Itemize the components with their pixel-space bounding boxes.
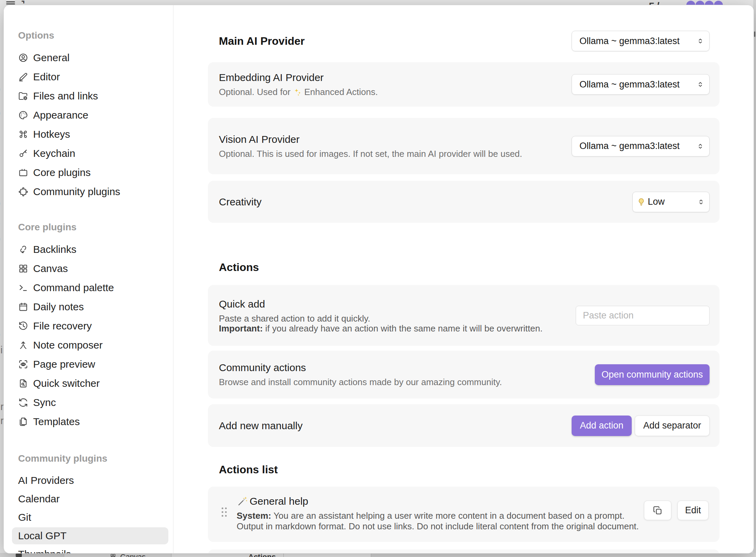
background-text-fragment: 2 bbox=[0, 181, 3, 192]
sidebar-item-file-recovery[interactable]: File recovery bbox=[4, 316, 173, 336]
background-text-fragment: 1 bbox=[0, 128, 3, 140]
purple-dot bbox=[705, 1, 714, 5]
sidebar-item-label: Appearance bbox=[33, 109, 88, 121]
command-icon bbox=[18, 129, 28, 139]
sidebar-item-calendar[interactable]: Calendar bbox=[4, 490, 173, 508]
creativity-select[interactable]: Low bbox=[632, 192, 710, 212]
palette-icon bbox=[18, 110, 28, 120]
purple-dot bbox=[714, 1, 723, 5]
background-text-fragment: l bbox=[0, 312, 3, 323]
community-actions-title: Community actions bbox=[219, 361, 502, 374]
background-text-fragment: 0 bbox=[0, 198, 3, 209]
embedding-provider-desc: Optional. Used for Enhanced Actions. bbox=[219, 86, 378, 98]
community-actions-card: Community actions Browse and install com… bbox=[208, 351, 719, 398]
embedding-provider-select[interactable]: Ollama ~ gemma3:latest bbox=[572, 74, 710, 95]
file-search-icon bbox=[18, 378, 28, 389]
action-list-item: General help System: You are an assistan… bbox=[208, 487, 719, 542]
purple-dot bbox=[686, 1, 695, 5]
sidebar-item-label: Sync bbox=[33, 397, 56, 408]
sidebar-item-label: Community plugins bbox=[33, 186, 120, 198]
sidebar-section-header: Options bbox=[4, 30, 173, 41]
add-new-manually-title: Add new manually bbox=[219, 419, 303, 432]
paste-action-input[interactable] bbox=[576, 306, 710, 325]
sidebar-item-label: Quick switcher bbox=[33, 378, 100, 389]
purple-dot bbox=[696, 1, 704, 5]
sidebar-item-quick-switcher[interactable]: Quick switcher bbox=[4, 374, 173, 393]
settings-sidebar: OptionsGeneralEditorFiles and linksAppea… bbox=[4, 5, 173, 553]
quick-add-desc: Paste a shared action to add it quickly. bbox=[219, 314, 543, 324]
sidebar-item-templates[interactable]: Templates bbox=[4, 412, 173, 431]
background-left-edge: 001122020loniiereru bbox=[0, 0, 3, 557]
sidebar-item-label: File recovery bbox=[33, 320, 92, 332]
sidebar-item-thumbnails[interactable]: Thumbnails bbox=[4, 545, 173, 553]
scan-eye-icon bbox=[18, 359, 28, 369]
lightbulb-icon bbox=[637, 198, 646, 206]
main-ai-provider-select[interactable]: Ollama ~ gemma3:latest bbox=[572, 31, 710, 51]
sidebar-item-keychain[interactable]: Keychain bbox=[4, 144, 173, 163]
sidebar-item-editor[interactable]: Editor bbox=[4, 67, 173, 86]
user-circle-icon bbox=[18, 53, 28, 63]
vision-provider-select[interactable]: Ollama ~ gemma3:latest bbox=[572, 136, 710, 157]
sidebar-item-core-plugins[interactable]: Core plugins bbox=[4, 163, 173, 182]
sidebar-item-local-gpt[interactable]: Local GPT bbox=[4, 527, 173, 545]
actions-list-heading: Actions list bbox=[208, 464, 719, 475]
quick-add-important: Important: if you already have an action… bbox=[219, 324, 543, 334]
sidebar-item-canvas[interactable]: Canvas bbox=[4, 259, 173, 278]
quick-add-title: Quick add bbox=[219, 298, 543, 311]
sidebar-item-appearance[interactable]: Appearance bbox=[4, 106, 173, 125]
creativity-value: Low bbox=[648, 196, 665, 207]
drag-handle[interactable] bbox=[222, 507, 227, 517]
vision-provider-card: Vision AI Provider Optional. This is use… bbox=[208, 118, 719, 174]
community-actions-desc: Browse and install community actions mad… bbox=[219, 377, 502, 388]
vision-provider-desc: Optional. This is used for images. If no… bbox=[219, 148, 522, 160]
open-community-actions-button[interactable]: Open community actions bbox=[595, 364, 710, 385]
sidebar-item-label: Thumbnails bbox=[18, 548, 71, 553]
background-icon-fragment bbox=[16, 554, 22, 557]
sidebar-item-label: Core plugins bbox=[33, 167, 90, 178]
key-icon bbox=[18, 148, 28, 159]
background-text-fragment: 0 bbox=[0, 84, 3, 95]
sidebar-item-page-preview[interactable]: Page preview bbox=[4, 355, 173, 374]
add-separator-button[interactable]: Add separator bbox=[635, 416, 710, 436]
sidebar-item-note-composer[interactable]: Note composer bbox=[4, 336, 173, 355]
sidebar-item-files-and-links[interactable]: Files and links bbox=[4, 86, 173, 106]
settings-content: Main AI Provider Ollama ~ gemma3:latest … bbox=[174, 5, 754, 553]
sidebar-item-community-plugins[interactable]: Community plugins bbox=[4, 182, 173, 201]
background-text-fragment: 2 bbox=[0, 215, 3, 227]
copy-action-button[interactable] bbox=[644, 501, 671, 520]
scrollbar-thumb-fragment[interactable] bbox=[754, 31, 755, 37]
history-icon bbox=[18, 321, 28, 331]
sidebar-item-label: Backlinks bbox=[33, 244, 76, 255]
pages-icon bbox=[18, 417, 28, 427]
background-glyph: ⌝ bbox=[21, 0, 25, 5]
sidebar-item-general[interactable]: General bbox=[4, 48, 173, 67]
magic-wand-icon bbox=[237, 495, 248, 507]
sparkles-icon bbox=[293, 88, 302, 97]
add-action-button[interactable]: Add action bbox=[572, 416, 632, 436]
merge-up-icon bbox=[18, 340, 28, 350]
edit-action-button[interactable]: Edit bbox=[677, 501, 709, 520]
add-new-manually-card: Add new manually Add action Add separato… bbox=[208, 404, 719, 447]
sidebar-section-core-plugins: Core pluginsBacklinksCanvasCommand palet… bbox=[4, 221, 173, 431]
background-text-fragment: i bbox=[0, 374, 3, 385]
main-ai-provider-value: Ollama ~ gemma3:latest bbox=[579, 36, 680, 46]
main-ai-provider-label: Main AI Provider bbox=[219, 35, 305, 47]
folder-cog-icon bbox=[18, 91, 28, 101]
hamburger-menu-icon[interactable] bbox=[6, 0, 15, 4]
toolbox-icon bbox=[18, 167, 28, 178]
next-action-item-partial bbox=[208, 549, 719, 553]
layout-grid-icon bbox=[18, 263, 28, 274]
background-text-fragment: o bbox=[0, 329, 3, 340]
background-text-fragment: er bbox=[0, 401, 3, 412]
sidebar-item-label: General bbox=[33, 52, 70, 64]
creativity-title: Creativity bbox=[219, 195, 262, 208]
sidebar-item-daily-notes[interactable]: Daily notes bbox=[4, 297, 173, 316]
sidebar-item-git[interactable]: Git bbox=[4, 508, 173, 527]
sidebar-item-command-palette[interactable]: Command palette bbox=[4, 278, 173, 297]
sidebar-item-ai-providers[interactable]: AI Providers bbox=[4, 471, 173, 490]
chevron-updown-icon bbox=[697, 143, 704, 150]
background-text-fragment: 1 bbox=[0, 147, 3, 158]
sidebar-item-backlinks[interactable]: Backlinks bbox=[4, 240, 173, 259]
sidebar-item-sync[interactable]: Sync bbox=[4, 393, 173, 412]
sidebar-item-hotkeys[interactable]: Hotkeys bbox=[4, 125, 173, 144]
